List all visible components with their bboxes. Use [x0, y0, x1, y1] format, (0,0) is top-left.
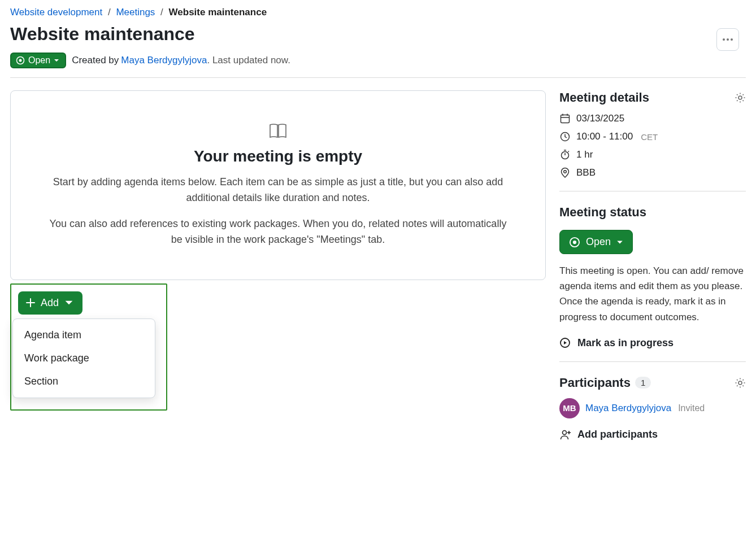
svg-point-0 — [723, 38, 725, 41]
status-byline-row: Open Created by Maya Berdygylyjova . Las… — [10, 53, 746, 78]
meeting-date: 03/13/2025 — [576, 113, 624, 124]
participants-heading: Participants — [559, 376, 631, 390]
svg-point-2 — [731, 38, 733, 41]
person-plus-icon — [559, 429, 572, 441]
open-status-icon — [569, 237, 580, 248]
breadcrumb-project-link[interactable]: Website development — [10, 7, 102, 18]
meeting-status-pill[interactable]: Open — [559, 230, 633, 254]
svg-point-13 — [738, 381, 742, 385]
breadcrumb-current: Website maintenance — [169, 7, 267, 18]
mark-in-progress-label: Mark as in progress — [577, 337, 674, 349]
divider — [559, 191, 746, 191]
empty-state-card: Your meeting is empty Start by adding ag… — [10, 90, 546, 280]
open-status-icon — [16, 56, 25, 65]
svg-rect-6 — [561, 115, 570, 123]
meeting-time-row: 10:00 - 11:00 CET — [559, 131, 746, 142]
more-horizontal-icon — [723, 38, 733, 41]
breadcrumb-separator: / — [108, 7, 111, 18]
page-title: Website maintenance — [10, 24, 746, 45]
breadcrumb-separator: / — [160, 7, 163, 18]
add-menu-work-package[interactable]: Work package — [13, 347, 155, 370]
calendar-icon — [559, 113, 571, 124]
chevron-down-icon — [54, 58, 59, 63]
author-link[interactable]: Maya Berdygylyjova — [121, 55, 207, 66]
clock-icon — [559, 131, 571, 142]
meeting-details-heading: Meeting details — [559, 90, 649, 105]
meeting-date-row: 03/13/2025 — [559, 113, 746, 124]
book-icon — [269, 123, 287, 138]
participant-row: MB Maya Berdygylyjova Invited — [559, 398, 746, 418]
divider — [559, 361, 746, 362]
gear-icon[interactable] — [735, 377, 746, 389]
play-circle-icon — [559, 337, 571, 348]
location-icon — [559, 167, 571, 178]
svg-point-5 — [738, 96, 742, 99]
breadcrumb: Website development / Meetings / Website… — [10, 7, 746, 18]
gear-icon[interactable] — [735, 92, 746, 103]
mark-in-progress-button[interactable]: Mark as in progress — [559, 337, 746, 349]
meeting-status-pill-label: Open — [586, 236, 611, 248]
stopwatch-icon — [559, 149, 571, 160]
meeting-state-pill[interactable]: Open — [10, 53, 66, 68]
empty-state-text-2: You can also add references to existing … — [45, 216, 511, 248]
svg-point-4 — [19, 59, 22, 62]
meeting-location-row: BBB — [559, 167, 746, 178]
meeting-state-label: Open — [28, 55, 50, 66]
meeting-timezone: CET — [641, 132, 658, 142]
add-button-label: Add — [41, 297, 59, 309]
add-button[interactable]: Add — [18, 291, 82, 315]
meeting-status-heading: Meeting status — [559, 205, 746, 220]
meeting-time: 10:00 - 11:00 — [576, 131, 633, 142]
meeting-location: BBB — [576, 167, 596, 178]
add-participants-button[interactable]: Add participants — [559, 429, 746, 441]
add-dropdown-menu: Agenda item Work package Section — [12, 319, 155, 398]
empty-state-text-1: Start by adding agenda items below. Each… — [45, 174, 511, 206]
meeting-duration: 1 hr — [576, 149, 593, 160]
chevron-down-icon — [64, 298, 73, 307]
participants-count-badge: 1 — [635, 377, 651, 389]
add-button-highlight-box: Add Agenda item Work package Section — [10, 283, 167, 411]
more-actions-button[interactable] — [716, 28, 739, 51]
participant-status: Invited — [678, 403, 705, 413]
last-updated-text: . Last updated now. — [207, 55, 290, 66]
add-menu-section[interactable]: Section — [13, 370, 155, 393]
svg-point-1 — [727, 38, 729, 41]
plus-icon — [26, 298, 35, 307]
meeting-duration-row: 1 hr — [559, 149, 746, 160]
participant-name-link[interactable]: Maya Berdygylyjova — [585, 403, 671, 414]
chevron-down-icon — [616, 239, 623, 246]
breadcrumb-module-link[interactable]: Meetings — [116, 7, 155, 18]
avatar: MB — [559, 398, 580, 418]
add-participants-label: Add participants — [577, 429, 658, 440]
svg-point-14 — [563, 430, 567, 434]
add-menu-agenda-item[interactable]: Agenda item — [13, 324, 155, 347]
empty-state-title: Your meeting is empty — [45, 147, 511, 165]
svg-point-9 — [564, 171, 567, 173]
svg-point-11 — [573, 240, 576, 243]
created-by-label: Created by — [72, 55, 119, 66]
meeting-status-description: This meeting is open. You can add/ remov… — [559, 263, 746, 325]
